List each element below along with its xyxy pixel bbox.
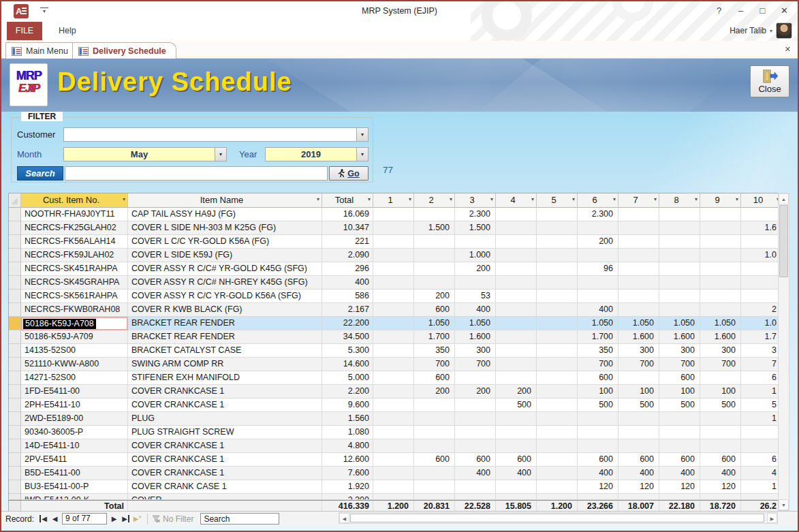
day-1-cell[interactable] <box>373 412 414 426</box>
search-input[interactable] <box>65 166 328 181</box>
day-3-cell[interactable]: 400 <box>455 467 496 480</box>
day-5-cell[interactable] <box>537 412 578 426</box>
item-name-cell[interactable]: COVER CRANKCASE 1 <box>128 398 322 412</box>
item-no-cell[interactable]: 50186-K59J-A709 <box>21 330 128 344</box>
day-7-cell[interactable] <box>618 303 659 317</box>
day-10-cell[interactable]: 1.0 <box>741 317 778 330</box>
day-3-cell[interactable]: 1.000 <box>455 249 496 262</box>
day-8-cell[interactable]: 700 <box>659 358 700 371</box>
day-3-cell[interactable] <box>455 276 496 290</box>
day-1-cell[interactable] <box>373 208 414 221</box>
item-no-cell[interactable]: 2WD-E5189-00 <box>21 412 128 426</box>
total-cell[interactable]: 16.069 <box>322 208 373 221</box>
item-name-cell[interactable]: COVER ASSY R C/C# NH-GREY K45G (SFG) <box>128 276 322 290</box>
day-5-cell[interactable] <box>537 344 578 358</box>
day-4-cell[interactable] <box>496 208 537 221</box>
tab-main-menu[interactable]: Main Menu <box>5 42 78 59</box>
day-3-cell[interactable]: 1.050 <box>455 317 496 330</box>
day-9-cell[interactable]: 1.600 <box>700 330 741 344</box>
day-3-cell[interactable]: 1.600 <box>455 330 496 344</box>
day-4-cell[interactable] <box>496 290 537 303</box>
total-cell[interactable]: 400 <box>322 276 373 290</box>
column-dropdown-icon[interactable]: ▾ <box>490 197 493 202</box>
day-4-cell[interactable] <box>496 221 537 235</box>
day-10-cell[interactable] <box>741 439 778 453</box>
day-5-cell[interactable] <box>537 453 578 467</box>
go-button[interactable]: Go <box>329 166 369 181</box>
item-name-cell[interactable]: COVER CRANKCASE 1 <box>128 439 322 453</box>
day-7-cell[interactable] <box>618 221 659 235</box>
item-name-cell[interactable]: PLUG <box>128 412 322 426</box>
day-7-cell[interactable] <box>618 371 659 385</box>
day-6-cell[interactable] <box>578 276 618 290</box>
day-6-cell[interactable] <box>578 412 618 426</box>
item-no-cell[interactable]: NECRCS-SK561RAHPA <box>21 290 128 303</box>
day-1-cell[interactable] <box>373 303 414 317</box>
day-2-cell[interactable] <box>414 412 455 426</box>
total-cell[interactable]: 5.300 <box>322 344 373 358</box>
total-cell[interactable]: 4.800 <box>322 439 373 453</box>
day-6-cell[interactable]: 600 <box>578 453 618 467</box>
day-9-cell[interactable] <box>700 439 741 453</box>
day-2-cell[interactable] <box>414 398 455 412</box>
column-dropdown-icon[interactable]: ▾ <box>613 197 616 202</box>
total-cell[interactable]: 22.200 <box>322 317 373 330</box>
day-4-cell[interactable] <box>496 276 537 290</box>
day-4-cell[interactable] <box>496 317 537 330</box>
day-8-cell[interactable]: 400 <box>659 467 700 480</box>
last-record-button[interactable]: ▶ <box>120 515 131 522</box>
total-cell[interactable]: 14.600 <box>322 358 373 371</box>
item-no-cell[interactable]: NECRCS-FK59JLAH02 <box>21 249 128 262</box>
row-selector[interactable] <box>9 221 21 235</box>
column-header-total[interactable]: Total▾ <box>322 193 373 208</box>
month-combobox[interactable]: May ▾ <box>63 147 227 161</box>
total-cell[interactable]: 2.167 <box>322 303 373 317</box>
day-8-cell[interactable] <box>659 426 700 439</box>
day-9-cell[interactable] <box>700 412 741 426</box>
day-9-cell[interactable] <box>700 426 741 439</box>
total-cell[interactable]: 1.560 <box>322 412 373 426</box>
scroll-down-icon[interactable]: ▼ <box>779 499 789 510</box>
day-8-cell[interactable] <box>659 439 700 453</box>
total-cell[interactable]: 5.000 <box>322 371 373 385</box>
day-1-cell[interactable] <box>373 290 414 303</box>
close-tab-icon[interactable]: ✕ <box>785 45 791 54</box>
item-no-cell[interactable]: 521110-KWW-A800 <box>21 358 128 371</box>
day-5-cell[interactable] <box>537 439 578 453</box>
day-3-cell[interactable] <box>455 235 496 249</box>
day-4-cell[interactable] <box>496 494 537 500</box>
day-2-cell[interactable]: 350 <box>414 344 455 358</box>
total-cell[interactable]: 586 <box>322 290 373 303</box>
column-header-day-8[interactable]: 8▾ <box>659 193 700 208</box>
row-selector[interactable] <box>9 276 21 290</box>
day-6-cell[interactable] <box>578 221 618 235</box>
item-name-cell[interactable]: COVER ASSY R C/C YR-GOLD K56A (SFG) <box>128 290 322 303</box>
row-selector[interactable] <box>9 208 21 221</box>
day-1-cell[interactable] <box>373 330 414 344</box>
day-5-cell[interactable] <box>537 467 578 480</box>
item-name-cell[interactable]: COVER ASSY R C/C# YR-GOLD K45G (SFG) <box>128 262 322 276</box>
item-name-cell[interactable]: COVER CRANKCASE 1 <box>128 453 322 467</box>
day-10-cell[interactable] <box>741 208 778 221</box>
item-no-cell[interactable]: NECRCS-SK451RAHPA <box>21 262 128 276</box>
row-selector[interactable] <box>9 290 21 303</box>
day-5-cell[interactable] <box>537 480 578 494</box>
day-1-cell[interactable] <box>373 480 414 494</box>
chevron-down-icon[interactable]: ▾ <box>356 148 368 161</box>
day-1-cell[interactable] <box>373 317 414 330</box>
day-4-cell[interactable]: 200 <box>496 385 537 398</box>
day-2-cell[interactable]: 600 <box>414 371 455 385</box>
day-1-cell[interactable] <box>373 235 414 249</box>
day-9-cell[interactable] <box>700 303 741 317</box>
day-10-cell[interactable] <box>741 262 778 276</box>
day-1-cell[interactable] <box>373 398 414 412</box>
item-no-cell[interactable]: 14271-52S00 <box>21 371 128 385</box>
next-record-button[interactable]: ▶ <box>108 515 120 522</box>
day-1-cell[interactable] <box>373 453 414 467</box>
day-10-cell[interactable]: 2 <box>741 303 778 317</box>
column-dropdown-icon[interactable]: ▾ <box>317 197 319 202</box>
row-selector[interactable] <box>9 303 21 317</box>
day-1-cell[interactable] <box>373 262 414 276</box>
item-no-cell[interactable]: 1FD-E5411-00 <box>21 385 128 398</box>
day-10-cell[interactable] <box>741 235 778 249</box>
